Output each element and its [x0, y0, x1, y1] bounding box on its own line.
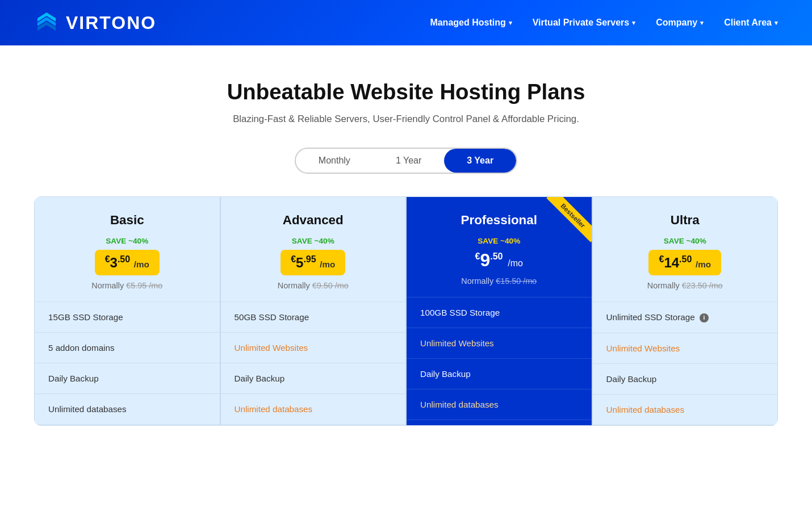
- plan-professional-normal-price: Normally €15.50 /mo: [420, 276, 578, 286]
- plan-professional: Bestseller Professional SAVE ~40% €9.50 …: [406, 196, 592, 426]
- feature-row: Daily Backup: [35, 363, 220, 394]
- feature-row: 15GB SSD Storage: [35, 302, 220, 333]
- feature-row: Unlimited databases: [221, 394, 406, 425]
- bestseller-label: Bestseller: [546, 197, 592, 242]
- feature-row: 100GB SSD Storage: [407, 297, 592, 328]
- main-nav: Managed Hosting ▾ Virtual Private Server…: [430, 18, 778, 28]
- toggle-3year[interactable]: 3 Year: [444, 149, 516, 173]
- feature-row: Daily Backup: [407, 359, 592, 389]
- page-subtitle: Blazing-Fast & Reliable Servers, User-Fr…: [34, 114, 778, 125]
- plan-basic-price: €3.50 /mo: [95, 250, 160, 275]
- plan-basic-save: SAVE ~40%: [48, 237, 206, 245]
- plan-advanced-save: SAVE ~40%: [235, 237, 392, 245]
- plan-ultra-save: SAVE ~40%: [606, 237, 764, 245]
- plan-ultra-features: Unlimited SSD Storage i Unlimited Websit…: [593, 302, 778, 425]
- feature-row: Unlimited Websites: [593, 333, 778, 364]
- plan-advanced-price: €5.95 /mo: [281, 250, 345, 275]
- feature-row: Daily Backup: [593, 364, 778, 395]
- logo[interactable]: VIRTONO: [34, 10, 156, 35]
- plan-ultra: Ultra SAVE ~40% €14.50 /mo Normally €23.…: [592, 196, 778, 426]
- plan-advanced-header: Advanced SAVE ~40% €5.95 /mo Normally €9…: [221, 197, 406, 302]
- nav-vps[interactable]: Virtual Private Servers ▾: [533, 18, 635, 28]
- toggle-1year[interactable]: 1 Year: [373, 149, 444, 173]
- feature-row: Unlimited databases: [35, 394, 220, 425]
- billing-toggle: Monthly 1 Year 3 Year: [295, 148, 517, 174]
- plan-basic-features: 15GB SSD Storage 5 addon domains Daily B…: [35, 302, 220, 425]
- feature-row: Unlimited databases: [593, 395, 778, 425]
- feature-row: Unlimited databases: [407, 389, 592, 420]
- plan-advanced: Advanced SAVE ~40% €5.95 /mo Normally €9…: [220, 196, 407, 426]
- feature-row: Unlimited SSD Storage i: [593, 302, 778, 333]
- plan-basic-name: Basic: [48, 213, 206, 228]
- logo-text: VIRTONO: [66, 12, 156, 33]
- feature-row: 5 addon domains: [35, 333, 220, 363]
- feature-row: Daily Backup: [221, 363, 406, 394]
- feature-row: Unlimited Websites: [407, 328, 592, 359]
- plan-ultra-price: €14.50 /mo: [648, 250, 721, 275]
- nav-company[interactable]: Company ▾: [656, 18, 704, 28]
- page-title: Unbeatable Website Hosting Plans: [34, 79, 778, 104]
- bestseller-ribbon: Bestseller: [535, 197, 592, 254]
- plan-ultra-name: Ultra: [606, 213, 764, 228]
- logo-icon: [34, 10, 59, 35]
- plan-advanced-normal-price: Normally €9.50 /mo: [235, 281, 392, 290]
- chevron-down-icon: ▾: [700, 19, 704, 27]
- plan-professional-features: 100GB SSD Storage Unlimited Websites Dai…: [407, 297, 592, 420]
- chevron-down-icon: ▾: [509, 19, 512, 27]
- feature-row: Unlimited Websites: [221, 333, 406, 363]
- info-icon[interactable]: i: [700, 313, 709, 322]
- site-header: VIRTONO Managed Hosting ▾ Virtual Privat…: [0, 0, 812, 45]
- plan-basic: Basic SAVE ~40% €3.50 /mo Normally €5.95…: [34, 196, 220, 426]
- chevron-down-icon: ▾: [775, 19, 778, 27]
- chevron-down-icon: ▾: [632, 19, 635, 27]
- plan-basic-normal-price: Normally €5.95 /mo: [48, 281, 206, 290]
- main-content: Unbeatable Website Hosting Plans Blazing…: [0, 45, 812, 448]
- nav-managed-hosting[interactable]: Managed Hosting ▾: [430, 18, 512, 28]
- plan-ultra-normal-price: Normally €23.50 /mo: [606, 281, 764, 290]
- plan-professional-price: €9.50 /mo: [475, 250, 523, 271]
- toggle-monthly[interactable]: Monthly: [296, 149, 373, 173]
- plan-basic-header: Basic SAVE ~40% €3.50 /mo Normally €5.95…: [35, 197, 220, 302]
- plan-ultra-header: Ultra SAVE ~40% €14.50 /mo Normally €23.…: [593, 197, 778, 302]
- plan-advanced-name: Advanced: [235, 213, 392, 228]
- pricing-grid: Basic SAVE ~40% €3.50 /mo Normally €5.95…: [34, 196, 778, 426]
- plan-advanced-features: 50GB SSD Storage Unlimited Websites Dail…: [221, 302, 406, 425]
- feature-row: 50GB SSD Storage: [221, 302, 406, 333]
- nav-client-area[interactable]: Client Area ▾: [724, 18, 778, 28]
